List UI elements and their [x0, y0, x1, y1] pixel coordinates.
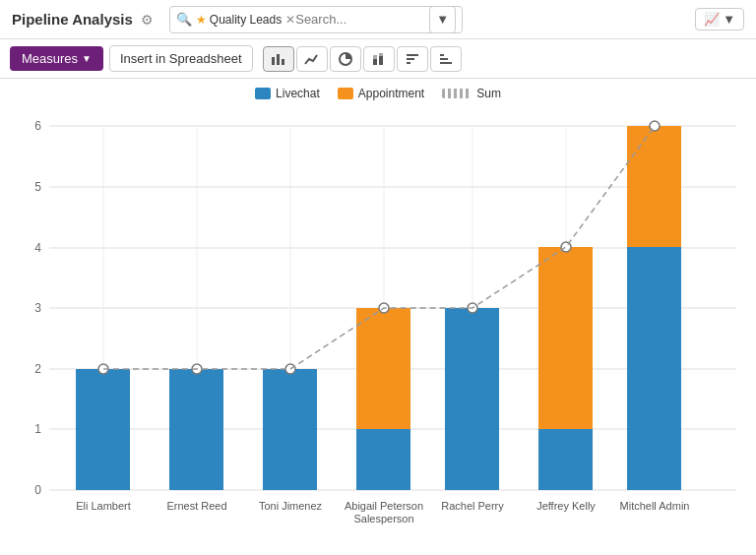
bar-rachel-livechat	[445, 308, 499, 490]
bar-abigail-livechat	[356, 429, 410, 490]
appointment-color-swatch	[338, 88, 353, 99]
pie-chart-btn[interactable]	[330, 46, 361, 72]
legend-appointment: Appointment	[338, 87, 424, 100]
bar-jeffrey-livechat	[538, 429, 593, 490]
legend-livechat: Livechat	[255, 87, 320, 100]
bar-mitchell-appt	[627, 126, 681, 247]
filter-tag-label: Quality Leads	[210, 13, 282, 27]
bar-chart-btn[interactable]	[263, 46, 294, 72]
remove-filter-icon[interactable]: ✕	[285, 13, 295, 27]
xlabel-toni: Toni Jimenez	[259, 500, 323, 512]
page-title: Pipeline Analysis	[12, 11, 133, 28]
xlabel-abigail: Abigail Peterson	[345, 500, 423, 512]
livechat-label: Livechat	[276, 87, 320, 100]
svg-text:3: 3	[34, 301, 41, 315]
sum-pattern-swatch	[442, 89, 472, 98]
search-input[interactable]	[295, 12, 425, 27]
svg-text:0: 0	[34, 483, 41, 497]
filter-tag: ★ Quality Leads ✕	[196, 13, 295, 27]
xlabel-rachel: Rachel Perry	[441, 500, 504, 512]
bar-eli-livechat	[76, 369, 130, 490]
sort-desc-btn[interactable]	[430, 46, 462, 72]
bar-mitchell-livechat	[627, 247, 681, 490]
xlabel-ernest: Ernest Reed	[166, 500, 226, 512]
svg-rect-1	[277, 54, 280, 65]
bar-chart-svg: 0 1 2 3 4 5 6	[10, 106, 746, 529]
chart-type-group	[263, 46, 462, 72]
svg-rect-7	[379, 53, 383, 56]
measures-label: Measures	[22, 51, 78, 66]
xlabel-jeffrey: Jeffrey Kelly	[536, 500, 596, 512]
xlabel-mitchell: Mitchell Admin	[620, 500, 690, 512]
bar-jeffrey-appt	[538, 247, 593, 429]
bar-abigail-appt	[356, 308, 410, 429]
appointment-label: Appointment	[358, 87, 424, 100]
svg-rect-6	[379, 56, 383, 65]
chart-legend: Livechat Appointment Sum	[10, 87, 746, 100]
svg-rect-0	[272, 57, 275, 65]
chart-area: Livechat Appointment Sum 0	[0, 79, 756, 529]
view-toggle-btn[interactable]: 📈 ▼	[695, 8, 744, 31]
svg-text:4: 4	[34, 241, 41, 255]
search-icon: 🔍	[176, 12, 192, 27]
svg-rect-5	[373, 55, 377, 59]
toolbar: Measures ▼ Insert in Spreadsheet	[0, 39, 756, 79]
svg-rect-4	[373, 59, 377, 65]
measures-arrow: ▼	[82, 53, 92, 64]
livechat-color-swatch	[255, 88, 271, 99]
measures-button[interactable]: Measures ▼	[10, 46, 103, 71]
svg-text:2: 2	[34, 362, 41, 376]
line-chart-btn[interactable]	[296, 46, 328, 72]
svg-text:5: 5	[34, 180, 41, 194]
xlabel-abigail-sub: Salesperson	[353, 513, 413, 524]
svg-text:6: 6	[34, 119, 41, 133]
sort-asc-btn[interactable]	[397, 46, 428, 72]
search-dropdown-btn[interactable]: ▼	[429, 6, 456, 33]
header: Pipeline Analysis ⚙ 🔍 ★ Quality Leads ✕ …	[0, 0, 756, 39]
xlabel-eli: Eli Lambert	[76, 500, 131, 512]
bar-ernest-livechat	[169, 369, 223, 490]
bar-toni-livechat	[263, 369, 317, 490]
sum-label: Sum	[476, 87, 501, 100]
star-icon: ★	[196, 13, 207, 27]
svg-text:1: 1	[34, 422, 41, 436]
gear-icon[interactable]: ⚙	[141, 12, 154, 28]
legend-sum: Sum	[442, 87, 501, 100]
stacked-bar-btn[interactable]	[363, 46, 395, 72]
dot-jeffrey	[561, 242, 571, 252]
search-bar: 🔍 ★ Quality Leads ✕ ▼	[169, 6, 463, 33]
insert-spreadsheet-button[interactable]: Insert in Spreadsheet	[109, 45, 253, 72]
svg-rect-2	[282, 59, 284, 65]
dot-mitchell	[650, 121, 660, 131]
